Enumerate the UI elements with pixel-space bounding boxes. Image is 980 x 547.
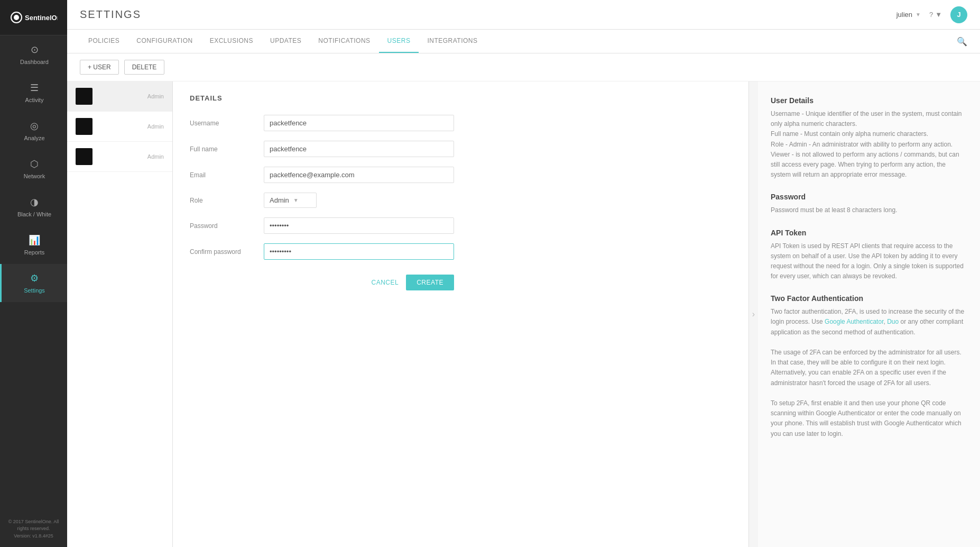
username-input[interactable] bbox=[264, 115, 454, 131]
email-label: Email bbox=[190, 171, 264, 179]
tab-updates[interactable]: UPDATES bbox=[262, 30, 310, 53]
user-item-left bbox=[76, 148, 93, 165]
sidebar-item-analyze[interactable]: ◎ Analyze bbox=[0, 112, 67, 150]
tab-exclusions[interactable]: EXCLUSIONS bbox=[201, 30, 262, 53]
version-text: Version: v1.8.4#25 bbox=[4, 533, 63, 540]
sidebar-item-label: Settings bbox=[24, 287, 45, 294]
user-list: Admin Admin Admin bbox=[67, 81, 173, 547]
sidebar-item-reports[interactable]: 📊 Reports bbox=[0, 226, 67, 264]
sidebar-item-black-white[interactable]: ◑ Black / White bbox=[0, 188, 67, 226]
password-label: Password bbox=[190, 222, 264, 230]
user-avatar bbox=[76, 88, 93, 105]
search-icon[interactable]: 🔍 bbox=[957, 37, 967, 47]
panel-expand-icon[interactable]: › bbox=[749, 309, 758, 319]
add-user-button[interactable]: + USER bbox=[80, 60, 119, 75]
help-user-details: User Details Username - Unique identifie… bbox=[771, 96, 967, 180]
user-avatar bbox=[76, 148, 93, 165]
sidebar-item-network[interactable]: ⬡ Network bbox=[0, 150, 67, 188]
topbar: SETTINGS julien ▼ ? ▼ J bbox=[67, 0, 980, 30]
help-api-token-text: API Token is used by REST API clients th… bbox=[771, 241, 967, 282]
tab-configuration[interactable]: CONFIGURATION bbox=[128, 30, 201, 53]
user-role: Admin bbox=[147, 123, 164, 130]
sidebar-nav: ⊙ Dashboard ☰ Activity ◎ Analyze ⬡ Netwo… bbox=[0, 35, 67, 511]
username-row: Username bbox=[190, 115, 732, 131]
details-panel: DETAILS Username Full name Email Role Ad… bbox=[173, 81, 749, 547]
tab-policies[interactable]: POLICIES bbox=[80, 30, 128, 53]
username-label: Username bbox=[190, 120, 264, 127]
role-chevron-icon: ▼ bbox=[293, 197, 299, 203]
create-button[interactable]: CREATE bbox=[406, 275, 454, 290]
page-title: SETTINGS bbox=[80, 8, 141, 21]
main-content: SETTINGS julien ▼ ? ▼ J POLICIES CONFIGU… bbox=[67, 0, 980, 547]
role-value: Admin bbox=[270, 196, 289, 204]
avatar[interactable]: J bbox=[950, 6, 967, 23]
sidebar-item-label: Activity bbox=[25, 97, 44, 103]
fullname-input[interactable] bbox=[264, 141, 454, 157]
user-avatar bbox=[76, 118, 93, 135]
copyright-text: © 2017 SentinelOne. All rights reserved. bbox=[4, 518, 63, 533]
help-user-details-title: User Details bbox=[771, 96, 967, 105]
help-two-factor: Two Factor Authentication Two factor aut… bbox=[771, 294, 967, 439]
help-api-token-title: API Token bbox=[771, 229, 967, 237]
role-row: Role Admin ▼ bbox=[190, 193, 732, 208]
sidebar-item-settings[interactable]: ⚙ Settings bbox=[0, 264, 67, 302]
role-label: Role bbox=[190, 197, 264, 204]
role-select[interactable]: Admin ▼ bbox=[264, 193, 317, 208]
sidebar-item-label: Network bbox=[24, 173, 45, 179]
confirm-password-input[interactable] bbox=[264, 243, 454, 260]
user-role: Admin bbox=[147, 153, 164, 160]
help-label: ? bbox=[929, 11, 933, 19]
black-white-icon: ◑ bbox=[30, 196, 39, 208]
tab-notifications[interactable]: NOTIFICATIONS bbox=[310, 30, 378, 53]
help-password: Password Password must be at least 8 cha… bbox=[771, 193, 967, 215]
sidebar-item-label: Reports bbox=[24, 249, 45, 256]
help-password-title: Password bbox=[771, 193, 967, 201]
user-item-left bbox=[76, 118, 93, 135]
sidebar-item-dashboard[interactable]: ⊙ Dashboard bbox=[0, 35, 67, 74]
help-api-token: API Token API Token is used by REST API … bbox=[771, 229, 967, 282]
help-fullname-desc: Full name - Must contain only alpha nume… bbox=[771, 130, 928, 138]
google-authenticator-link[interactable]: Google Authenticator bbox=[825, 318, 883, 325]
delete-button[interactable]: DELETE bbox=[124, 60, 165, 75]
sidebar-item-label: Analyze bbox=[24, 135, 44, 141]
user-list-item[interactable]: Admin bbox=[67, 112, 172, 142]
help-password-text: Password must be at least 8 characters l… bbox=[771, 205, 967, 215]
content-area: Admin Admin Admin DETAILS Username bbox=[67, 81, 980, 547]
user-chevron-icon: ▼ bbox=[916, 12, 921, 17]
sidebar-item-activity[interactable]: ☰ Activity bbox=[0, 74, 67, 112]
password-row: Password bbox=[190, 217, 732, 234]
password-input[interactable] bbox=[264, 217, 454, 234]
help-2fa-after: or any other compliant application as th… bbox=[771, 318, 963, 437]
duo-link[interactable]: Duo bbox=[887, 318, 899, 325]
fullname-label: Full name bbox=[190, 145, 264, 153]
activity-icon: ☰ bbox=[30, 82, 39, 94]
confirm-password-row: Confirm password bbox=[190, 243, 732, 260]
cancel-button[interactable]: CANCEL bbox=[372, 279, 399, 286]
logo: SentinelOne bbox=[0, 0, 67, 35]
analyze-icon: ◎ bbox=[30, 120, 39, 132]
tab-nav: POLICIES CONFIGURATION EXCLUSIONS UPDATE… bbox=[67, 30, 980, 53]
svg-point-1 bbox=[14, 15, 19, 20]
tab-users[interactable]: USERS bbox=[379, 30, 419, 53]
fullname-row: Full name bbox=[190, 141, 732, 157]
help-username-desc: Username - Unique identifier of the user… bbox=[771, 110, 962, 127]
email-input[interactable] bbox=[264, 167, 454, 183]
user-list-item[interactable]: Admin bbox=[67, 81, 172, 112]
sidebar-item-label: Dashboard bbox=[20, 59, 49, 65]
help-menu[interactable]: ? ▼ bbox=[929, 11, 942, 19]
svg-text:SentinelOne: SentinelOne bbox=[25, 14, 58, 22]
details-section-title: DETAILS bbox=[190, 94, 732, 102]
email-row: Email bbox=[190, 167, 732, 183]
form-actions: CANCEL CREATE bbox=[190, 275, 454, 290]
user-menu[interactable]: julien ▼ bbox=[896, 11, 921, 19]
action-bar: + USER DELETE bbox=[67, 53, 980, 81]
help-chevron-icon: ▼ bbox=[935, 11, 942, 19]
reports-icon: 📊 bbox=[29, 234, 40, 246]
network-icon: ⬡ bbox=[30, 158, 39, 170]
tab-integrations[interactable]: INTEGRATIONS bbox=[419, 30, 486, 53]
help-user-details-text: Username - Unique identifier of the user… bbox=[771, 109, 967, 180]
user-list-item[interactable]: Admin bbox=[67, 142, 172, 172]
user-item-left bbox=[76, 88, 93, 105]
avatar-initials: J bbox=[957, 11, 960, 19]
username-label: julien bbox=[896, 11, 912, 19]
